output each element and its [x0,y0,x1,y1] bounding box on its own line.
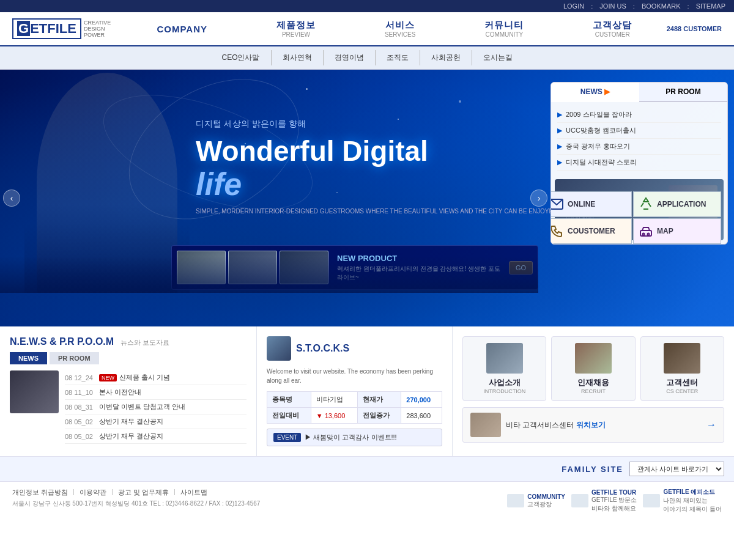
footer-link-terms[interactable]: 이용약관 [80,488,106,497]
news-tab-pr[interactable]: PR ROOM [639,83,727,102]
hero-subtitle: SIMPLE, MORDERN INTERIOR-DESIGNED GUESTR… [196,207,598,216]
city-skyline [0,256,538,293]
customer-count: 2488 CUSTOMER [667,25,722,32]
sitemap-link[interactable]: SITEMAP [696,2,725,10]
sep2: : [633,2,637,10]
news-pr-section: N.E.W.S & P.R P.O.O.M 뉴스와 보도자료 NEWS PR R… [0,326,257,456]
quick-link-customer[interactable]: COUSTOMER [550,218,632,244]
news-item-1[interactable]: ▶ 2009 스타일을 잡아라 [557,107,721,123]
news-items-list: 08 12_24 NEW 신제품 출시 기념 08 11_10 본사 이전안내 … [65,370,247,444]
stocks-event[interactable]: EVENT ▶ 새봄맞이 고객감사 이벤트!!! [267,429,442,446]
footer-address: 서울시 강남구 신사동 500-17번지 혁성빌딩 401호 TEL : 02)… [12,499,260,508]
header: GETFILE CREATIVE DESIGN POWER COMPANY 제품… [0,12,734,46]
company-grid: 사업소개 INTRODUCTION 인재채용 RECRUIT 고객센터 CS C… [462,336,724,401]
joinus-link[interactable]: JOIN US [599,2,626,10]
quick-link-online[interactable]: ONLINE [550,191,632,217]
subnav-history[interactable]: 회사연혁 [272,50,324,65]
news-row-4[interactable]: 08 05_02 상반기 재무 결산공지 [65,414,247,429]
news-row-5[interactable]: 08 05_02 상반기 재무 결산공지 [65,429,247,444]
new-badge: NEW [99,374,117,381]
vita-link[interactable]: 비타 고객서비스센터 위치보기 → [462,407,724,443]
subnav-ceo[interactable]: CEO인사말 [210,50,271,65]
stock-current-label: 현재가 [357,392,401,408]
phone-icon [550,224,564,238]
sub-nav: CEO인사말 회사연혁 경영이념 조직도 사회공헌 오시는길 [0,46,734,70]
logo-tagline: CREATIVE DESIGN POWER [84,20,122,38]
news-title: 본사 이전안내 [99,388,247,397]
subnav-management[interactable]: 경영이념 [324,50,376,65]
event-text: ▶ 새봄맞이 고객감사 이벤트!!! [305,433,396,442]
subnav-org[interactable]: 조직도 [376,50,420,65]
news-row-1[interactable]: 08 12_24 NEW 신제품 출시 기념 [65,370,247,385]
company-card-intro[interactable]: 사업소개 INTRODUCTION [462,336,546,401]
news-date: 08 11_10 [65,389,95,396]
news-pr-content: 08 12_24 NEW 신제품 출시 기념 08 11_10 본사 이전안내 … [10,370,247,444]
news-item-4[interactable]: ▶ 디지털 시대전략 스토리 [557,155,721,171]
news-title: 이번달 이벤트 당첨고객 안내 [99,402,247,411]
news-tabs: NEWS ▶ PR ROOM [551,83,727,102]
stocks-icon [267,336,291,361]
vita-highlight: 위치보기 [576,421,606,429]
footer-tour[interactable]: GETFILE TOUR GETFILE 방문소 비타와 함께해요 [571,488,637,514]
news-thumbnail [10,370,59,413]
news-list: ▶ 2009 스타일을 잡아라 ▶ UCC맞춤형 캠코터출시 ▶ 중국 광저우 … [551,102,727,175]
login-link[interactable]: LOGIN [563,2,584,10]
nav-customer-sub: CUSTOMER [593,31,632,38]
mail-icon [550,197,564,212]
footer-link-privacy[interactable]: 개인정보 취급방침 [12,488,68,497]
nav-community[interactable]: 커뮤니티 COMMUNITY [475,20,533,38]
stocks-title: S.T.O.C.K.S [296,343,349,354]
nav-community-label: 커뮤니티 [484,20,524,31]
nav-customer[interactable]: 고객상담 CUSTOMER [584,20,641,38]
footer-link-sitemap[interactable]: 사이트맵 [180,488,207,497]
family-site-select[interactable]: 관계사 사이트 바로가기 [629,462,724,476]
nav-service[interactable]: 서비스 SERVICES [376,20,424,38]
bullet-icon: ▶ [557,127,562,134]
tour-icon [571,494,588,507]
stock-company: 비타기업 [311,392,357,408]
news-item-3[interactable]: ▶ 중국 광저우 홍따오기 [557,139,721,155]
star-deco [306,88,308,90]
nav-company[interactable]: COMPANY [147,24,217,34]
company-card-sub: CS CENTER [647,388,717,394]
company-img-cs [664,343,700,374]
news-tab-news[interactable]: NEWS ▶ [551,83,639,102]
episode-icon [643,494,660,507]
quick-link-application[interactable]: APPLICATION [633,191,721,217]
footer-episode-label: GETFILE 에피소드 나만의 재미있는 이야기의 제목이 들어 [663,488,722,514]
nav-company-label: COMPANY [157,24,207,34]
news-row-3[interactable]: 08 08_31 이번달 이벤트 당첨고객 안내 [65,400,247,414]
subnav-social[interactable]: 사회공헌 [420,50,472,65]
slide-prev[interactable]: ‹ [3,190,20,207]
nav-community-sub: COMMUNITY [484,31,524,38]
company-card-cs[interactable]: 고객센터 CS CENTER [640,336,724,401]
sep3: : [688,2,691,10]
vita-text: 비타 고객서비스센터 위치보기 [506,420,702,430]
quick-link-map[interactable]: MAP [633,218,721,244]
npr-tab-news[interactable]: NEWS [10,352,47,364]
vita-arrow-icon: → [706,419,716,430]
footer-link-ads[interactable]: 광고 및 업무제휴 [118,488,169,497]
stocks-header: S.T.O.C.K.S [267,336,442,361]
news-date: 08 05_02 [65,418,95,426]
footer-community[interactable]: COMMUNITY 고객광장 [507,488,565,514]
bookmark-link[interactable]: BOOKMARK [642,2,681,10]
bullet-icon: ▶ [557,142,562,150]
news-title: 신제품 출시 기념 [119,373,247,382]
news-item-2[interactable]: ▶ UCC맞춤형 캠코터출시 [557,123,721,139]
npr-tab-pr[interactable]: PR ROOM [50,352,99,364]
news-title: 상반기 재무 결산공지 [99,417,247,426]
news-arrow-icon: ▶ [604,87,610,96]
nav-product[interactable]: 제품정보 PREVIEW [267,20,325,38]
svg-rect-1 [640,230,651,236]
family-site-bar: FAMILY SITE 관계사 사이트 바로가기 [0,456,734,481]
company-card-recruit[interactable]: 인재채용 RECRUIT [551,336,635,401]
subnav-directions[interactable]: 오시는길 [472,50,524,65]
slide-next[interactable]: › [530,190,547,207]
hero-life: life [196,166,242,202]
stock-current-value: 270,000 [401,392,442,408]
nav-service-label: 서비스 [385,20,415,31]
footer-links: 개인정보 취급방침 | 이용약관 | 광고 및 업무제휴 | 사이트맵 [12,488,260,497]
news-row-2[interactable]: 08 11_10 본사 이전안내 [65,385,247,400]
footer-episode[interactable]: GETFILE 에피소드 나만의 재미있는 이야기의 제목이 들어 [643,488,722,514]
